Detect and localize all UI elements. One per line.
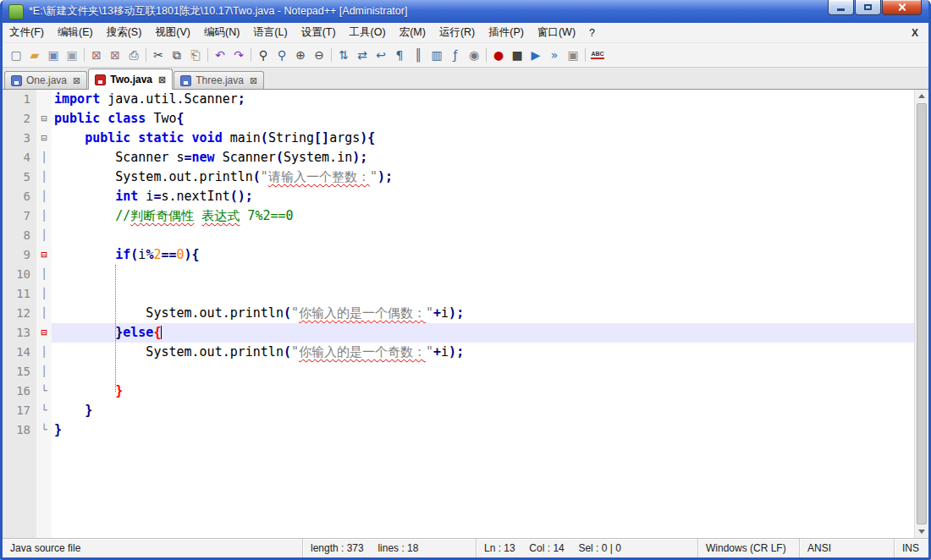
- minimize-button[interactable]: [828, 0, 854, 15]
- line-number: 17: [3, 401, 36, 420]
- tab-close-icon[interactable]: ⊠: [73, 75, 80, 86]
- playback-macro-icon[interactable]: ▶: [526, 46, 545, 64]
- close-file-icon[interactable]: ⊠: [87, 46, 106, 64]
- tab-close-icon[interactable]: ⊠: [250, 75, 257, 86]
- tab-two-java[interactable]: Two.java⊠: [88, 69, 173, 90]
- find-icon[interactable]: ⚲: [254, 46, 273, 64]
- status-encoding[interactable]: ANSI: [800, 539, 895, 557]
- spell-check-icon-glyph: ABC: [591, 51, 603, 59]
- line-number: 11: [3, 284, 36, 304]
- menu-item-4[interactable]: 编码(N): [197, 22, 246, 43]
- scroll-up-arrow-icon[interactable]: [915, 90, 928, 102]
- code-text: System.out.println("你输入的是一个偶数："+i);: [52, 304, 914, 323]
- close-button[interactable]: [882, 0, 922, 15]
- maximize-button[interactable]: [855, 0, 881, 15]
- title-bar[interactable]: *E:\新建文件夹\13移动互联1801陈龙\10.17\Two.java - …: [3, 0, 928, 23]
- menu-item-10[interactable]: 插件(P): [482, 22, 531, 43]
- function-list-icon-glyph: ƒ: [454, 49, 458, 61]
- scroll-down-arrow-icon[interactable]: [915, 525, 928, 538]
- menu-item-11[interactable]: 窗口(W): [531, 22, 582, 43]
- tab-one-java[interactable]: One.java⊠: [4, 71, 87, 89]
- line-number: 2: [3, 109, 36, 129]
- tab-bar: One.java⊠Two.java⊠Three.java⊠: [3, 68, 928, 90]
- document-map-icon[interactable]: ▥: [427, 46, 446, 64]
- fold-box-icon[interactable]: ⊟: [36, 129, 52, 148]
- code-line: 4│ Scanner s=new Scanner(System.in);: [3, 148, 914, 167]
- function-list-icon[interactable]: ƒ: [446, 46, 465, 64]
- code-line: 13⊟ }else{: [3, 323, 914, 343]
- show-all-characters-icon[interactable]: ¶: [390, 46, 409, 64]
- close-all-icon[interactable]: ⊠: [106, 46, 124, 64]
- record-macro-icon[interactable]: ●: [489, 46, 508, 64]
- cut-icon[interactable]: ✂: [149, 46, 168, 64]
- copy-icon[interactable]: ⧉: [168, 46, 186, 64]
- toolbar-separator: [585, 48, 586, 62]
- status-insert-mode[interactable]: INS: [895, 539, 928, 557]
- word-wrap-icon[interactable]: ↩: [372, 46, 390, 64]
- redo-icon[interactable]: ↷: [229, 46, 248, 64]
- run-macro-multiple-icon[interactable]: »: [545, 46, 564, 64]
- fold-guide: │: [36, 343, 52, 362]
- menu-item-3[interactable]: 视图(V): [148, 22, 197, 43]
- editor[interactable]: 1import java.util.Scanner;2⊟public class…: [3, 90, 928, 538]
- print-icon[interactable]: ⎙: [124, 46, 143, 64]
- tab-close-icon[interactable]: ⊠: [158, 74, 166, 85]
- replace-icon[interactable]: ⚲: [273, 46, 291, 64]
- tab-three-java[interactable]: Three.java⊠: [174, 71, 264, 89]
- indent-guide-icon[interactable]: ║: [409, 46, 427, 64]
- print-icon-glyph: ⎙: [129, 49, 138, 61]
- scrollbar-thumb[interactable]: [917, 103, 927, 524]
- code-text: [52, 362, 914, 382]
- fold-guide: │: [36, 206, 52, 226]
- line-number: 4: [3, 148, 36, 167]
- menu-item-8[interactable]: 宏(M): [393, 22, 432, 43]
- menu-item-1[interactable]: 编辑(E): [51, 22, 100, 43]
- brace-match-guide: [115, 265, 116, 392]
- sync-vertical-scroll-icon[interactable]: ⇅: [334, 46, 353, 64]
- code-text: }: [52, 382, 914, 401]
- toolbar-separator: [84, 48, 85, 62]
- save-macro-icon-glyph: ▣: [567, 49, 578, 61]
- code-line: 18└}: [3, 420, 914, 440]
- menu-item-7[interactable]: 工具(O): [343, 22, 393, 43]
- fold-box-icon[interactable]: ⊟: [36, 245, 52, 265]
- line-number: 6: [3, 187, 36, 206]
- save-icon[interactable]: ▣: [44, 46, 63, 64]
- playback-macro-icon-glyph: ▶: [532, 49, 541, 61]
- menu-item-2[interactable]: 搜索(S): [100, 22, 149, 43]
- fold-guide: │: [36, 362, 52, 382]
- save-macro-icon[interactable]: ▣: [564, 46, 582, 64]
- spell-check-icon[interactable]: ABC: [588, 46, 607, 64]
- fold-box-icon[interactable]: ⊟: [36, 109, 52, 129]
- fold-box-icon[interactable]: ⊟: [36, 323, 52, 343]
- status-eol-format[interactable]: Windows (CR LF): [698, 539, 800, 557]
- zoom-in-icon[interactable]: ⊕: [291, 46, 310, 64]
- code-line: 3⊟ public static void main(String[]args)…: [3, 129, 914, 148]
- code-text: }else{: [52, 323, 914, 343]
- mdi-close-button[interactable]: X: [912, 27, 928, 39]
- menu-item-12[interactable]: ?: [582, 24, 602, 42]
- save-all-icon[interactable]: ▣: [63, 46, 81, 64]
- open-folder-icon[interactable]: ▰: [25, 46, 44, 64]
- toolbar-separator: [146, 48, 146, 62]
- copy-icon-glyph: ⧉: [173, 49, 181, 61]
- paste-icon[interactable]: ⎗: [186, 46, 205, 64]
- menu-item-5[interactable]: 语言(L): [246, 22, 294, 43]
- zoom-out-icon[interactable]: ⊖: [310, 46, 328, 64]
- toolbar-separator: [207, 48, 208, 62]
- code-line: 2⊟public class Two{: [3, 109, 914, 129]
- tab-label: Three.java: [196, 74, 244, 86]
- record-macro-icon-glyph: ●: [493, 49, 504, 61]
- vertical-scrollbar[interactable]: [914, 90, 928, 538]
- code-text: import java.util.Scanner;: [52, 90, 914, 109]
- stop-record-macro-icon[interactable]: ■: [508, 46, 526, 64]
- close-file-icon-glyph: ⊠: [91, 49, 102, 61]
- monitoring-icon[interactable]: ◉: [465, 46, 483, 64]
- undo-icon[interactable]: ↶: [211, 46, 229, 64]
- sync-horizontal-scroll-icon[interactable]: ⇄: [353, 46, 372, 64]
- window-title: *E:\新建文件夹\13移动互联1801陈龙\10.17\Two.java - …: [29, 4, 407, 19]
- menu-item-9[interactable]: 运行(R): [432, 22, 482, 43]
- new-file-icon[interactable]: ▢: [7, 46, 25, 64]
- menu-item-6[interactable]: 设置(T): [295, 22, 343, 43]
- menu-item-0[interactable]: 文件(F): [3, 22, 51, 43]
